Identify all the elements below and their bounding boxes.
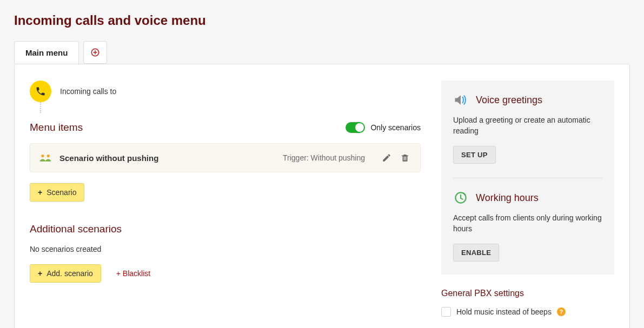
help-icon[interactable]: ? [557,307,566,316]
hold-music-checkbox[interactable] [441,307,451,317]
main-column: Incoming calls to Menu items Only scenar… [30,81,421,317]
edit-scenario-button[interactable] [380,151,393,164]
scenario-name: Scenario without pushing [59,153,283,163]
side-column: Voice greetings Upload a greeting or cre… [441,81,614,317]
clock-icon [453,190,468,205]
voice-greetings-setup-button[interactable]: SET UP [453,146,496,164]
additional-scenarios-title: Additional scenarios [30,223,421,235]
scenario-row[interactable]: Scenario without pushing Trigger: Withou… [30,143,421,172]
no-scenarios-text: No scenarios created [30,245,421,253]
phone-icon [35,86,46,97]
add-scenario-button[interactable]: + Scenario [30,183,84,202]
menu-items-header: Menu items Only scenarios [30,122,421,133]
hold-music-label: Hold music instead of beeps [456,307,552,316]
working-hours-desc: Accept calls from clients only during wo… [453,213,602,234]
menu-items-title: Menu items [30,122,83,133]
delete-scenario-button[interactable] [399,151,411,164]
voice-greetings-desc: Upload a greeting or create an automatic… [453,115,602,136]
speaker-icon [453,92,468,108]
main-panel: Incoming calls to Menu items Only scenar… [14,64,630,328]
group-icon [39,152,52,163]
voice-greetings-card: Voice greetings Upload a greeting or cre… [441,81,614,275]
working-hours-title: Working hours [476,192,539,204]
page-title: Incoming calls and voice menu [0,0,644,41]
blacklist-link[interactable]: + Blacklist [116,269,150,278]
incoming-label: Incoming calls to [60,87,116,96]
trash-icon [400,153,410,163]
only-scenarios-label: Only scenarios [370,123,421,132]
tab-main-menu[interactable]: Main menu [14,41,79,64]
hold-music-row: Hold music instead of beeps ? [441,307,614,317]
additional-actions-row: + Add. scenario + Blacklist [30,264,421,283]
add-additional-scenario-label: Add. scenario [47,269,93,278]
only-scenarios-toggle-wrap: Only scenarios [346,122,421,133]
svg-point-1 [41,155,44,157]
voice-greetings-title: Voice greetings [476,95,542,106]
general-pbx-title: General PBX settings [441,289,614,298]
incoming-row: Incoming calls to [30,81,421,102]
add-additional-scenario-button[interactable]: + Add. scenario [30,264,101,283]
plus-icon: + [38,188,42,197]
scenario-trigger: Trigger: Without pushing [283,153,365,162]
add-tab-button[interactable] [83,41,107,64]
only-scenarios-toggle[interactable] [346,122,365,133]
add-scenario-label: Scenario [47,188,76,197]
working-hours-enable-button[interactable]: ENABLE [453,244,499,262]
svg-point-2 [47,155,50,157]
plus-circle-icon [90,48,100,57]
side-divider [453,178,602,178]
tab-row: Main menu [0,41,644,64]
pencil-icon [382,153,391,163]
phone-badge [30,81,51,102]
connector-line [40,102,41,113]
plus-icon: + [38,269,42,278]
